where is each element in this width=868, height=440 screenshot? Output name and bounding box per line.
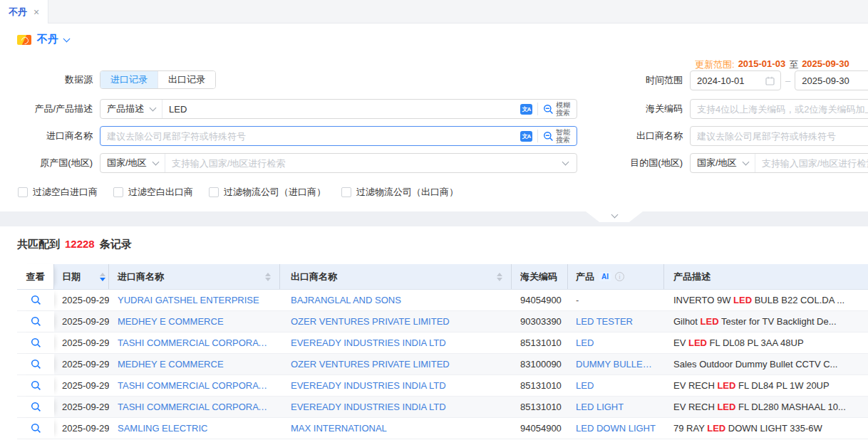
exporter-name-input[interactable] xyxy=(691,127,868,145)
cell-date: 2025-09-29 xyxy=(54,354,109,374)
data-source-toggle: 进口记录 出口记录 xyxy=(100,70,216,89)
calendar-icon xyxy=(765,76,775,85)
product-link[interactable]: LED LIGHT xyxy=(576,402,624,412)
translate-icon[interactable]: 文A xyxy=(520,104,532,115)
cell-date: 2025-09-29 xyxy=(54,375,109,396)
toggle-import-records[interactable]: 进口记录 xyxy=(100,71,157,88)
sort-icons[interactable] xyxy=(94,273,105,281)
destination-country-input[interactable] xyxy=(755,154,868,172)
info-icon[interactable]: i xyxy=(615,272,624,281)
product-link[interactable]: - xyxy=(576,295,579,305)
product-link[interactable]: LED TESTER xyxy=(576,316,633,327)
update-range-start: 2015-01-03 xyxy=(738,58,786,71)
importer-link[interactable]: TASHI COMMERCIAL CORPORATION xyxy=(118,402,272,412)
importer-link[interactable]: MEDHEY E COMMERCE xyxy=(118,359,224,370)
checkbox-filter-logistics-importer[interactable]: 过滤物流公司（进口商） xyxy=(209,186,326,199)
update-range-end: 2025-09-30 xyxy=(802,58,849,71)
led-highlight: LED xyxy=(717,402,735,412)
cell-product-desc: Gilhot LED Tester for TV Backlight De... xyxy=(664,311,868,332)
view-magnifier-icon[interactable] xyxy=(31,316,41,327)
cell-product-desc: Sales Outdoor Dummy Bullet CCTV C... xyxy=(664,354,868,374)
tab-close-icon[interactable]: × xyxy=(33,6,39,18)
exporter-link[interactable]: EVEREADY INDUSTRIES INDIA LTD xyxy=(291,380,446,391)
cell-date: 2025-09-29 xyxy=(54,332,109,353)
view-magnifier-icon[interactable] xyxy=(31,295,41,305)
sort-icons[interactable] xyxy=(491,273,502,281)
header-date[interactable]: 日期 xyxy=(54,264,109,289)
checkbox-filter-blank-exporter[interactable]: 过滤空白出口商 xyxy=(113,186,193,199)
product-link[interactable]: LED xyxy=(576,337,594,348)
translate-icon[interactable]: 文A xyxy=(520,131,532,142)
origin-country-input[interactable] xyxy=(165,154,563,172)
product-link[interactable]: LED xyxy=(576,380,594,391)
checkbox-icon xyxy=(341,187,351,197)
view-magnifier-icon[interactable] xyxy=(31,359,41,370)
row-hs-code: 海关编码 xyxy=(621,99,868,119)
importer-link[interactable]: TASHI COMMERCIAL CORPORATION xyxy=(118,380,272,391)
product-link[interactable]: DUMMY BULLET CCTV... xyxy=(576,359,656,370)
cell-hs-code: 94054900 xyxy=(512,290,568,310)
product-type-select[interactable]: 产品描述 xyxy=(100,100,162,118)
importer-link[interactable]: MEDHEY E COMMERCE xyxy=(118,316,224,327)
importer-name-input[interactable] xyxy=(100,127,520,145)
cell-product-desc: INVERTO 9W LED BULB B22 COL.DA ... xyxy=(664,290,868,310)
checkbox-icon xyxy=(18,187,28,197)
exporter-link[interactable]: MAX INTERNATIONAL xyxy=(291,423,387,434)
row-exporter: 出口商名称 xyxy=(621,126,868,146)
view-magnifier-icon[interactable] xyxy=(31,402,41,412)
date-end-input[interactable] xyxy=(795,71,868,90)
toggle-export-records[interactable]: 出口记录 xyxy=(157,71,215,88)
importer-link[interactable]: YUDRAI GATSHEL ENTERPRISE xyxy=(118,295,259,305)
fuzzy-search-button[interactable]: 模糊搜索 xyxy=(538,100,577,118)
product-search-input[interactable] xyxy=(162,100,520,118)
row-origin: 原产国(地区) 国家/地区 xyxy=(0,153,577,173)
led-highlight: LED xyxy=(707,423,725,434)
table-row: 2025-09-29 TASHI COMMERCIAL CORPORATION … xyxy=(17,332,868,354)
date-start-input[interactable] xyxy=(691,71,765,90)
cell-product-desc: EV LED FL DL08 PL 3AA 48UP xyxy=(664,332,868,353)
origin-type-select[interactable]: 国家/地区 xyxy=(100,154,165,172)
checkbox-filter-logistics-exporter[interactable]: 过滤物流公司（出口商） xyxy=(341,186,458,199)
row-importer: 进口商名称 文A 智能搜索 xyxy=(0,126,577,146)
product-link[interactable]: LED DOWN LIGHT xyxy=(576,423,656,434)
exporter-link[interactable]: EVEREADY INDUSTRIES INDIA LTD xyxy=(291,337,446,348)
checkbox-filter-blank-importer[interactable]: 过滤空白进口商 xyxy=(18,186,98,199)
header-product-desc: 产品描述 xyxy=(664,264,868,289)
destination-type-select[interactable]: 国家/地区 xyxy=(691,154,755,172)
header-importer[interactable]: 进口商名称 xyxy=(109,264,280,289)
data-source-label: 数据源 xyxy=(0,73,100,86)
chevron-down-icon xyxy=(63,35,71,42)
exporter-link[interactable]: OZER VENTURES PRIVATE LIMITED xyxy=(291,316,450,327)
table-row: 2025-09-29 SAMLING ELECTRIC MAX INTERNAT… xyxy=(17,418,868,439)
search-icon xyxy=(543,104,554,115)
results-summary: 共匹配到 12228 条记录 xyxy=(17,238,132,251)
exporter-label: 出口商名称 xyxy=(621,130,690,142)
exporter-link[interactable]: OZER VENTURES PRIVATE LIMITED xyxy=(291,359,450,370)
tab-title: 不丹 xyxy=(9,6,27,19)
collapse-panel-button[interactable] xyxy=(586,211,643,222)
date-end-box xyxy=(795,70,868,90)
hs-code-input-group xyxy=(690,99,868,119)
view-magnifier-icon[interactable] xyxy=(31,380,41,391)
smart-search-button[interactable]: 智能搜索 xyxy=(538,127,577,145)
exporter-link[interactable]: EVEREADY INDUSTRIES INDIA LTD xyxy=(291,402,446,412)
cell-date: 2025-09-29 xyxy=(54,311,109,332)
cell-hs-code: 94054900 xyxy=(512,418,568,439)
header-product: 产品 AI i xyxy=(568,264,664,289)
importer-link[interactable]: TASHI COMMERCIAL CORPORATION xyxy=(118,337,272,348)
hs-code-label: 海关编码 xyxy=(621,103,690,115)
tab-bhutan[interactable]: 不丹 × xyxy=(0,0,48,23)
view-magnifier-icon[interactable] xyxy=(31,423,41,434)
update-range: 更新范围: 2015-01-03 至 2025-09-30 xyxy=(695,58,849,71)
hs-code-input[interactable] xyxy=(691,100,868,118)
view-magnifier-icon[interactable] xyxy=(31,337,41,348)
sort-icons[interactable] xyxy=(259,273,271,281)
update-range-label: 更新范围: xyxy=(695,58,735,71)
row-destination: 目的国(地区) 国家/地区 xyxy=(621,153,868,173)
header-exporter[interactable]: 出口商名称 xyxy=(280,264,512,289)
importer-link[interactable]: SAMLING ELECTRIC xyxy=(118,423,207,434)
chevron-down-icon xyxy=(611,211,618,219)
country-selector[interactable]: 不丹 xyxy=(17,33,69,46)
header-hs-code: 海关编码 xyxy=(512,264,568,289)
exporter-link[interactable]: BAJRANGLAL AND SONS xyxy=(291,295,401,305)
